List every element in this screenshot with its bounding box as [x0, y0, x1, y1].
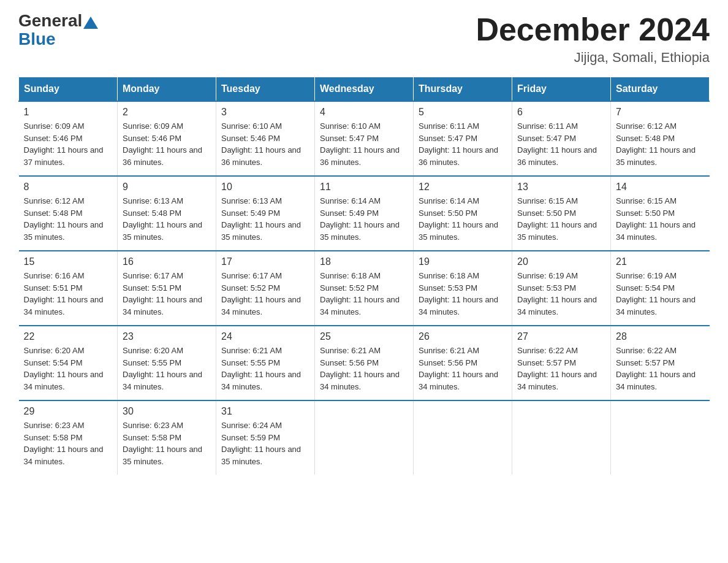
day-info: Sunrise: 6:10 AM Sunset: 5:47 PM Dayligh…: [320, 120, 408, 168]
calendar-cell: 14 Sunrise: 6:15 AM Sunset: 5:50 PM Dayl…: [611, 176, 710, 251]
logo-triangle-icon: [83, 17, 98, 29]
header-saturday: Saturday: [611, 77, 710, 102]
location-title: Jijiga, Somali, Ethiopia: [476, 50, 710, 66]
calendar-cell: 17 Sunrise: 6:17 AM Sunset: 5:52 PM Dayl…: [216, 251, 315, 326]
calendar-cell: 4 Sunrise: 6:10 AM Sunset: 5:47 PM Dayli…: [315, 101, 414, 176]
calendar-cell: 11 Sunrise: 6:14 AM Sunset: 5:49 PM Dayl…: [315, 176, 414, 251]
calendar-cell: 12 Sunrise: 6:14 AM Sunset: 5:50 PM Dayl…: [414, 176, 512, 251]
week-row-3: 15 Sunrise: 6:16 AM Sunset: 5:51 PM Dayl…: [19, 251, 710, 326]
day-info: Sunrise: 6:13 AM Sunset: 5:48 PM Dayligh…: [123, 195, 211, 243]
logo-general-text: General: [18, 12, 82, 29]
day-info: Sunrise: 6:19 AM Sunset: 5:53 PM Dayligh…: [517, 270, 605, 318]
day-info: Sunrise: 6:23 AM Sunset: 5:58 PM Dayligh…: [123, 419, 211, 467]
day-info: Sunrise: 6:09 AM Sunset: 5:46 PM Dayligh…: [24, 120, 113, 168]
calendar-cell: 7 Sunrise: 6:12 AM Sunset: 5:48 PM Dayli…: [611, 101, 710, 176]
day-info: Sunrise: 6:21 AM Sunset: 5:56 PM Dayligh…: [320, 345, 408, 393]
calendar-table: SundayMondayTuesdayWednesdayThursdayFrid…: [18, 77, 710, 475]
day-number: 8: [24, 182, 113, 193]
week-row-2: 8 Sunrise: 6:12 AM Sunset: 5:48 PM Dayli…: [19, 176, 710, 251]
calendar-cell: 2 Sunrise: 6:09 AM Sunset: 5:46 PM Dayli…: [118, 101, 216, 176]
day-number: 29: [24, 406, 113, 417]
day-info: Sunrise: 6:19 AM Sunset: 5:54 PM Dayligh…: [616, 270, 705, 318]
day-number: 20: [517, 256, 605, 267]
calendar-cell: 10 Sunrise: 6:13 AM Sunset: 5:49 PM Dayl…: [216, 176, 315, 251]
calendar-cell: [315, 400, 414, 475]
calendar-cell: 23 Sunrise: 6:20 AM Sunset: 5:55 PM Dayl…: [118, 326, 216, 400]
day-info: Sunrise: 6:13 AM Sunset: 5:49 PM Dayligh…: [221, 195, 309, 243]
day-info: Sunrise: 6:17 AM Sunset: 5:52 PM Dayligh…: [221, 270, 309, 318]
day-number: 22: [24, 331, 113, 342]
day-info: Sunrise: 6:21 AM Sunset: 5:56 PM Dayligh…: [419, 345, 507, 393]
calendar-cell: [512, 400, 611, 475]
day-number: 6: [517, 107, 605, 118]
calendar-cell: 5 Sunrise: 6:11 AM Sunset: 5:47 PM Dayli…: [414, 101, 512, 176]
calendar-cell: [611, 400, 710, 475]
calendar-cell: 13 Sunrise: 6:15 AM Sunset: 5:50 PM Dayl…: [512, 176, 611, 251]
calendar-cell: 9 Sunrise: 6:13 AM Sunset: 5:48 PM Dayli…: [118, 176, 216, 251]
header-wednesday: Wednesday: [315, 77, 414, 102]
day-number: 13: [517, 182, 605, 193]
calendar-cell: 25 Sunrise: 6:21 AM Sunset: 5:56 PM Dayl…: [315, 326, 414, 400]
day-number: 3: [221, 107, 309, 118]
day-info: Sunrise: 6:10 AM Sunset: 5:46 PM Dayligh…: [221, 120, 309, 168]
day-number: 17: [221, 256, 309, 267]
day-number: 2: [123, 107, 211, 118]
day-number: 1: [24, 107, 113, 118]
day-number: 9: [123, 182, 211, 193]
calendar-cell: 28 Sunrise: 6:22 AM Sunset: 5:57 PM Dayl…: [611, 326, 710, 400]
day-number: 5: [419, 107, 507, 118]
month-title: December 2024: [476, 12, 710, 47]
day-info: Sunrise: 6:09 AM Sunset: 5:46 PM Dayligh…: [123, 120, 211, 168]
calendar-cell: 1 Sunrise: 6:09 AM Sunset: 5:46 PM Dayli…: [19, 101, 118, 176]
calendar-cell: 16 Sunrise: 6:17 AM Sunset: 5:51 PM Dayl…: [118, 251, 216, 326]
calendar-cell: 29 Sunrise: 6:23 AM Sunset: 5:58 PM Dayl…: [19, 400, 118, 475]
logo-blue-text: Blue: [18, 29, 56, 49]
day-number: 30: [123, 406, 211, 417]
header-monday: Monday: [118, 77, 216, 102]
day-info: Sunrise: 6:15 AM Sunset: 5:50 PM Dayligh…: [517, 195, 605, 243]
calendar-cell: 24 Sunrise: 6:21 AM Sunset: 5:55 PM Dayl…: [216, 326, 315, 400]
week-row-5: 29 Sunrise: 6:23 AM Sunset: 5:58 PM Dayl…: [19, 400, 710, 475]
day-info: Sunrise: 6:22 AM Sunset: 5:57 PM Dayligh…: [517, 345, 605, 393]
calendar-cell: 22 Sunrise: 6:20 AM Sunset: 5:54 PM Dayl…: [19, 326, 118, 400]
day-info: Sunrise: 6:18 AM Sunset: 5:52 PM Dayligh…: [320, 270, 408, 318]
day-info: Sunrise: 6:11 AM Sunset: 5:47 PM Dayligh…: [419, 120, 507, 168]
header-sunday: Sunday: [19, 77, 118, 102]
day-info: Sunrise: 6:16 AM Sunset: 5:51 PM Dayligh…: [24, 270, 113, 318]
calendar-cell: 21 Sunrise: 6:19 AM Sunset: 5:54 PM Dayl…: [611, 251, 710, 326]
calendar-cell: 19 Sunrise: 6:18 AM Sunset: 5:53 PM Dayl…: [414, 251, 512, 326]
day-info: Sunrise: 6:22 AM Sunset: 5:57 PM Dayligh…: [616, 345, 705, 393]
calendar-cell: 15 Sunrise: 6:16 AM Sunset: 5:51 PM Dayl…: [19, 251, 118, 326]
header-friday: Friday: [512, 77, 611, 102]
day-info: Sunrise: 6:21 AM Sunset: 5:55 PM Dayligh…: [221, 345, 309, 393]
day-number: 21: [616, 256, 705, 267]
day-info: Sunrise: 6:11 AM Sunset: 5:47 PM Dayligh…: [517, 120, 605, 168]
day-number: 18: [320, 256, 408, 267]
day-number: 10: [221, 182, 309, 193]
calendar-cell: 27 Sunrise: 6:22 AM Sunset: 5:57 PM Dayl…: [512, 326, 611, 400]
header-thursday: Thursday: [414, 77, 512, 102]
calendar-cell: 20 Sunrise: 6:19 AM Sunset: 5:53 PM Dayl…: [512, 251, 611, 326]
day-number: 28: [616, 331, 705, 342]
day-number: 7: [616, 107, 705, 118]
calendar-cell: 31 Sunrise: 6:24 AM Sunset: 5:59 PM Dayl…: [216, 400, 315, 475]
day-info: Sunrise: 6:14 AM Sunset: 5:50 PM Dayligh…: [419, 195, 507, 243]
day-info: Sunrise: 6:12 AM Sunset: 5:48 PM Dayligh…: [24, 195, 113, 243]
day-info: Sunrise: 6:15 AM Sunset: 5:50 PM Dayligh…: [616, 195, 705, 243]
day-number: 14: [616, 182, 705, 193]
day-info: Sunrise: 6:18 AM Sunset: 5:53 PM Dayligh…: [419, 270, 507, 318]
day-info: Sunrise: 6:20 AM Sunset: 5:55 PM Dayligh…: [123, 345, 211, 393]
calendar-cell: 30 Sunrise: 6:23 AM Sunset: 5:58 PM Dayl…: [118, 400, 216, 475]
day-info: Sunrise: 6:20 AM Sunset: 5:54 PM Dayligh…: [24, 345, 113, 393]
day-number: 27: [517, 331, 605, 342]
day-number: 16: [123, 256, 211, 267]
day-number: 23: [123, 331, 211, 342]
day-number: 25: [320, 331, 408, 342]
day-info: Sunrise: 6:14 AM Sunset: 5:49 PM Dayligh…: [320, 195, 408, 243]
calendar-cell: 18 Sunrise: 6:18 AM Sunset: 5:52 PM Dayl…: [315, 251, 414, 326]
week-row-1: 1 Sunrise: 6:09 AM Sunset: 5:46 PM Dayli…: [19, 101, 710, 176]
day-info: Sunrise: 6:17 AM Sunset: 5:51 PM Dayligh…: [123, 270, 211, 318]
calendar-cell: 8 Sunrise: 6:12 AM Sunset: 5:48 PM Dayli…: [19, 176, 118, 251]
day-number: 31: [221, 406, 309, 417]
calendar-header-row: SundayMondayTuesdayWednesdayThursdayFrid…: [19, 77, 710, 102]
